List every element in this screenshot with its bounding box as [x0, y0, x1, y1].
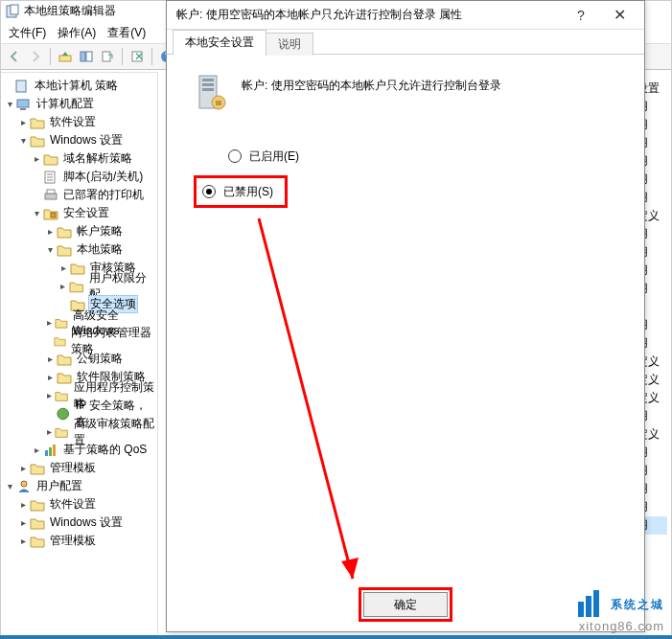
tab-local-security[interactable]: 本地安全设置	[173, 30, 266, 55]
dialog-footer: 确定	[167, 587, 644, 622]
up-button[interactable]	[56, 47, 75, 66]
taskbar-strip	[0, 635, 672, 639]
svg-point-17	[58, 408, 69, 420]
collapse-icon[interactable]: ▾	[16, 134, 30, 148]
watermark-logo-icon	[576, 590, 605, 619]
svg-rect-30	[578, 602, 584, 617]
svg-rect-10	[16, 80, 26, 92]
expand-icon[interactable]: ▸	[43, 225, 57, 239]
expand-icon[interactable]: ▸	[43, 389, 55, 402]
expand-icon[interactable]: ▸	[57, 280, 69, 293]
svg-rect-2	[59, 56, 71, 61]
tree-item[interactable]: 已部署的打印机	[61, 186, 146, 204]
watermark: 系统之城 xitong86.com	[576, 590, 664, 633]
tree-item[interactable]: 脚本(启动/关机)	[61, 168, 145, 186]
tree-item[interactable]: Windows 设置	[48, 513, 125, 532]
folder-icon	[30, 115, 45, 130]
svg-rect-31	[586, 596, 591, 617]
properties-dialog: 帐户: 使用空密码的本地帐户只允许进行控制台登录 属性 ? ✕ 本地安全设置 说…	[166, 0, 645, 632]
policy-root-icon	[14, 79, 30, 94]
tree-item[interactable]: 本地策略	[75, 240, 125, 259]
expand-icon[interactable]: ▸	[43, 425, 55, 439]
collapse-icon[interactable]: ▾	[43, 243, 57, 257]
svg-rect-19	[49, 447, 52, 456]
show-hide-tree-button[interactable]	[77, 47, 96, 66]
collapse-icon[interactable]: ▾	[3, 480, 16, 493]
radio-enabled[interactable]: 已启用(E)	[228, 147, 617, 166]
dialog-body: 帐户: 使用空密码的本地帐户只允许进行控制台登录 已启用(E) 已禁用(S)	[167, 55, 644, 227]
dialog-titlebar[interactable]: 帐户: 使用空密码的本地帐户只允许进行控制台登录 属性 ? ✕	[167, 1, 644, 30]
expand-icon[interactable]: ▸	[43, 371, 57, 384]
svg-rect-24	[202, 83, 214, 86]
tree-pane[interactable]: ▾本地计算机 策略 ▾计算机配置 ▸软件设置 ▾Windows 设置 ▸域名解析…	[1, 72, 158, 634]
svg-rect-25	[202, 88, 214, 91]
radio-disabled[interactable]: 已禁用(S)	[202, 182, 273, 201]
tree-item[interactable]: 安全设置	[61, 204, 111, 222]
tree-computer-config[interactable]: 计算机配置	[35, 95, 96, 113]
qos-icon	[43, 443, 58, 458]
menu-action[interactable]: 操作(A)	[52, 23, 102, 43]
export-button[interactable]	[98, 47, 117, 66]
svg-rect-4	[86, 52, 92, 61]
expand-icon[interactable]: ▸	[16, 116, 30, 129]
toolbar-divider	[122, 48, 123, 65]
radio-enabled-label: 已启用(E)	[249, 148, 299, 165]
svg-rect-18	[45, 450, 48, 456]
svg-rect-3	[81, 52, 85, 61]
expand-icon[interactable]: ▸	[16, 498, 30, 512]
tree-root[interactable]: 本地计算机 策略	[33, 77, 120, 95]
expand-icon[interactable]: ▸	[16, 516, 30, 530]
folder-icon	[70, 261, 85, 276]
folder-icon	[55, 315, 68, 331]
highlight-box-disabled: 已禁用(S)	[194, 175, 288, 208]
tree-item[interactable]: Windows 设置	[48, 131, 125, 149]
expand-icon[interactable]: ▾	[3, 98, 16, 111]
radio-icon	[228, 149, 242, 163]
tree-item[interactable]: 基于策略的 QoS	[61, 441, 149, 459]
dialog-title: 帐户: 使用空密码的本地帐户只允许进行控制台登录 属性	[176, 7, 562, 23]
tree-user-config[interactable]: 用户配置	[35, 477, 84, 495]
folder-icon	[30, 133, 45, 148]
ok-button[interactable]: 确定	[363, 592, 448, 617]
svg-rect-32	[593, 590, 599, 617]
tree-item[interactable]: 软件设置	[48, 113, 98, 131]
tree-item[interactable]: 域名解析策略	[61, 149, 134, 168]
tree-item[interactable]: 管理模板	[48, 532, 98, 550]
tree-item[interactable]: 软件设置	[48, 495, 98, 513]
folder-icon	[69, 279, 83, 294]
watermark-url: xitong86.com	[576, 619, 664, 633]
tab-explain[interactable]: 说明	[266, 33, 313, 56]
folder-icon	[55, 424, 68, 440]
svg-rect-14	[45, 194, 57, 199]
expand-icon[interactable]: ▸	[43, 316, 55, 330]
svg-rect-5	[103, 52, 110, 61]
tree-item[interactable]: 帐户策略	[75, 222, 125, 240]
expand-icon[interactable]: ▸	[57, 262, 70, 275]
expand-icon[interactable]: ▸	[30, 444, 43, 457]
svg-text:✕: ✕	[134, 50, 144, 63]
watermark-brand: 系统之城	[611, 597, 664, 613]
folder-icon	[57, 352, 72, 367]
expand-icon[interactable]: ▸	[16, 462, 30, 475]
expand-icon[interactable]: ▸	[30, 152, 43, 166]
expand-icon[interactable]: ▸	[43, 353, 57, 366]
forward-button[interactable]	[26, 47, 45, 66]
refresh-button[interactable]: ✕	[127, 47, 147, 66]
back-button[interactable]	[5, 47, 24, 66]
folder-icon	[57, 370, 72, 385]
expand-icon[interactable]: ▸	[16, 535, 30, 548]
tree-item[interactable]: 管理模板	[48, 459, 98, 477]
folder-icon	[54, 333, 66, 349]
toolbar-divider	[50, 48, 51, 65]
collapse-icon[interactable]: ▾	[30, 207, 43, 220]
user-icon	[16, 479, 32, 494]
policy-icon	[5, 4, 20, 19]
folder-icon	[57, 242, 72, 258]
close-button[interactable]: ✕	[600, 3, 638, 28]
menu-view[interactable]: 查看(V)	[102, 23, 151, 43]
help-button[interactable]: ?	[562, 3, 600, 28]
tree-item[interactable]: 公钥策略	[75, 350, 125, 368]
tab-strip: 本地安全设置 说明	[167, 30, 644, 55]
menu-file[interactable]: 文件(F)	[3, 23, 52, 43]
radio-icon	[202, 185, 216, 198]
